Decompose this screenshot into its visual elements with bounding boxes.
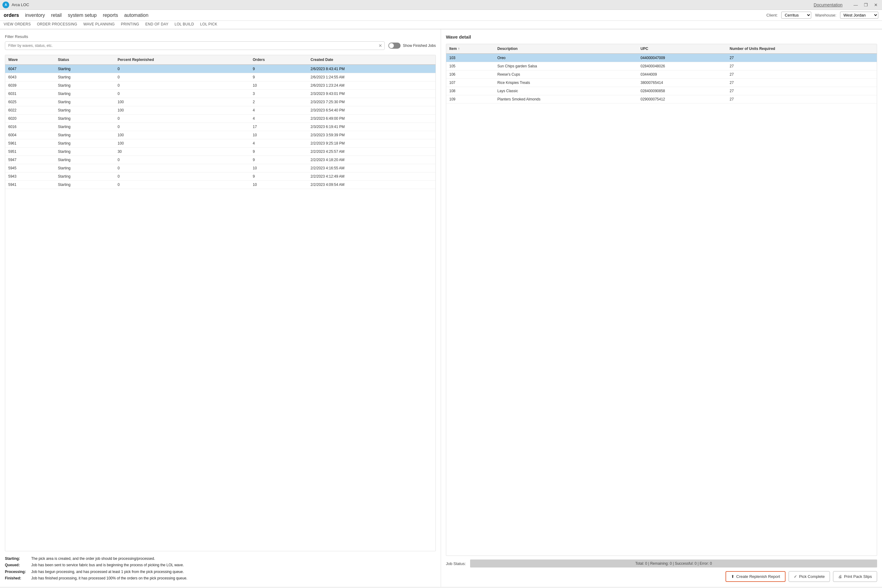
legend-starting-def: The pick area is created, and the order … — [31, 555, 155, 562]
cell-percent: 0 — [114, 172, 250, 181]
cell-description: Planters Smoked Almonds — [494, 95, 637, 104]
submenu-lol-pick[interactable]: LOL PICK — [200, 22, 218, 26]
menubar-right: Client: Cerritus Warehouse: West Jordan — [766, 12, 878, 19]
cell-description: Rice Krispies Treats — [494, 79, 637, 87]
table-row[interactable]: 6031 Starting 0 3 2/3/2023 9:43:01 PM — [5, 90, 435, 98]
app-title: Arca LOC — [12, 3, 29, 7]
col-item: Item ↑ — [446, 44, 494, 54]
pick-complete-button[interactable]: ✓ Pick Complete — [789, 571, 830, 582]
pick-complete-icon: ✓ — [794, 574, 797, 579]
menu-retail[interactable]: retail — [51, 12, 62, 18]
cell-status: Starting — [55, 123, 114, 131]
cell-orders: 2 — [250, 98, 308, 106]
cell-units: 27 — [726, 95, 877, 104]
cell-wave: 6047 — [5, 64, 55, 73]
create-replenish-button[interactable]: ⬆ Create Replenish Report — [726, 571, 786, 582]
maximize-button[interactable]: ❐ — [862, 2, 870, 8]
cell-status: Starting — [55, 106, 114, 114]
table-row[interactable]: 6043 Starting 0 9 2/6/2023 1:24:55 AM — [5, 73, 435, 81]
main-content: Filter Results ✕ Show Finished Jobs Wave… — [0, 29, 882, 587]
list-item[interactable]: 105 Sun Chips garden Salsa 028400048026 … — [446, 62, 877, 70]
action-buttons: ⬆ Create Replenish Report ✓ Pick Complet… — [446, 571, 877, 582]
menu-automation[interactable]: automation — [124, 12, 148, 18]
client-select[interactable]: Cerritus — [781, 12, 811, 19]
menu-orders[interactable]: orders — [4, 12, 19, 18]
show-finished-toggle[interactable] — [388, 43, 400, 49]
minimize-button[interactable]: — — [852, 2, 860, 8]
menu-system-setup[interactable]: system setup — [68, 12, 96, 18]
cell-percent: 0 — [114, 114, 250, 123]
submenu-view-orders[interactable]: VIEW ORDERS — [4, 22, 31, 26]
cell-orders: 10 — [250, 81, 308, 90]
cell-status: Starting — [55, 81, 114, 90]
list-item[interactable]: 107 Rice Krispies Treats 38000765414 27 — [446, 79, 877, 87]
job-status-bar: Total: 0 | Remaining: 0 | Successful: 0 … — [470, 560, 877, 567]
filter-input[interactable] — [5, 41, 385, 50]
cell-units: 27 — [726, 87, 877, 95]
cell-wave: 5945 — [5, 164, 55, 172]
cell-status: Starting — [55, 73, 114, 81]
filter-clear-icon[interactable]: ✕ — [378, 43, 382, 48]
cell-wave: 5947 — [5, 156, 55, 164]
cell-units: 27 — [726, 79, 877, 87]
cell-item: 108 — [446, 87, 494, 95]
filter-results-label: Filter Results — [5, 34, 436, 39]
cell-orders: 10 — [250, 181, 308, 189]
table-row[interactable]: 6047 Starting 0 9 2/6/2023 8:43:41 PM — [5, 64, 435, 73]
submenu-end-of-day[interactable]: END OF DAY — [145, 22, 168, 26]
table-row[interactable]: 6004 Starting 100 10 2/3/2023 3:59:39 PM — [5, 131, 435, 140]
table-row[interactable]: 5945 Starting 0 10 2/2/2023 4:16:55 AM — [5, 164, 435, 172]
submenu-wave-planning[interactable]: WAVE PLANNING — [83, 22, 115, 26]
list-item[interactable]: 109 Planters Smoked Almonds 029000075412… — [446, 95, 877, 104]
cell-date: 2/2/2023 4:09:54 AM — [308, 181, 435, 189]
table-row[interactable]: 6020 Starting 0 4 2/3/2023 6:49:00 PM — [5, 114, 435, 123]
toggle-knob — [389, 43, 394, 48]
table-row[interactable]: 5947 Starting 0 9 2/2/2023 4:18:20 AM — [5, 156, 435, 164]
submenu-order-processing[interactable]: ORDER PROCESSING — [37, 22, 78, 26]
cell-percent: 0 — [114, 81, 250, 90]
legend-starting-term: Starting: — [5, 555, 29, 562]
print-pack-slips-button[interactable]: 🖨 Print Pack Slips — [833, 571, 877, 582]
cell-upc: 028400048026 — [637, 62, 726, 70]
cell-wave: 5943 — [5, 172, 55, 181]
cell-wave: 6039 — [5, 81, 55, 90]
col-status: Status — [55, 55, 114, 64]
left-panel: Filter Results ✕ Show Finished Jobs Wave… — [0, 29, 441, 587]
cell-orders: 3 — [250, 90, 308, 98]
table-row[interactable]: 5951 Starting 30 9 2/2/2023 4:25:57 AM — [5, 148, 435, 156]
client-label: Client: — [766, 13, 778, 18]
documentation-link[interactable]: Documentation — [812, 2, 844, 8]
submenu-lol-build[interactable]: LOL BUILD — [175, 22, 194, 26]
cell-upc: 028400090858 — [637, 87, 726, 95]
table-row[interactable]: 6039 Starting 0 10 2/6/2023 1:23:24 AM — [5, 81, 435, 90]
table-row[interactable]: 5943 Starting 0 9 2/2/2023 4:12:49 AM — [5, 172, 435, 181]
cell-orders: 9 — [250, 148, 308, 156]
detail-table-body: 103 Oreo 044000047009 27 105 Sun Chips g… — [446, 54, 877, 104]
cell-units: 27 — [726, 54, 877, 62]
cell-status: Starting — [55, 156, 114, 164]
cell-date: 2/2/2023 4:16:55 AM — [308, 164, 435, 172]
warehouse-select[interactable]: West Jordan — [840, 12, 878, 19]
detail-table-wrap: Item ↑ Description UPC Number of Units R… — [446, 44, 877, 556]
table-row[interactable]: 6022 Starting 100 4 2/3/2023 6:54:40 PM — [5, 106, 435, 114]
menubar: orders inventory retail system setup rep… — [0, 10, 882, 21]
close-button[interactable]: ✕ — [872, 2, 879, 8]
legend: Starting: The pick area is created, and … — [5, 555, 436, 582]
list-item[interactable]: 106 Reese's Cups 03444009 27 — [446, 70, 877, 79]
legend-starting: Starting: The pick area is created, and … — [5, 555, 436, 562]
wave-detail-title: Wave detail — [446, 34, 877, 39]
cell-status: Starting — [55, 64, 114, 73]
cell-percent: 100 — [114, 140, 250, 148]
menu-reports[interactable]: reports — [103, 12, 118, 18]
table-row[interactable]: 5961 Starting 100 4 2/2/2023 9:25:18 PM — [5, 140, 435, 148]
cell-description: Reese's Cups — [494, 70, 637, 79]
table-row[interactable]: 6025 Starting 100 2 2/3/2023 7:25:30 PM — [5, 98, 435, 106]
list-item[interactable]: 103 Oreo 044000047009 27 — [446, 54, 877, 62]
list-item[interactable]: 108 Lays Classic 028400090858 27 — [446, 87, 877, 95]
menu-inventory[interactable]: inventory — [25, 12, 45, 18]
table-row[interactable]: 5941 Starting 0 10 2/2/2023 4:09:54 AM — [5, 181, 435, 189]
submenu-printing[interactable]: PRINTING — [121, 22, 140, 26]
cell-orders: 9 — [250, 172, 308, 181]
cell-wave: 5961 — [5, 140, 55, 148]
table-row[interactable]: 6016 Starting 0 17 2/3/2023 6:19:41 PM — [5, 123, 435, 131]
